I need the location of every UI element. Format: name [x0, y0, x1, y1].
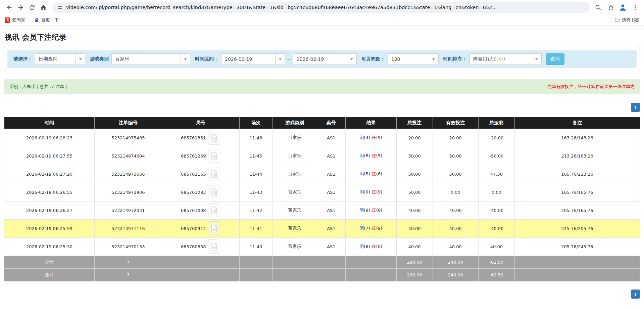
- film-doc-icon: [211, 225, 217, 232]
- browser-toolbar: videoie.com/ipl/portal.php/game/betrecor…: [0, 0, 644, 15]
- chevron-down-icon: [429, 54, 438, 64]
- filter-panel: 请选择： 日期查询 游戏类别 百家乐 时间区间： 2026-02-19 ~ 20…: [4, 47, 640, 71]
- col-result: 结果: [346, 117, 397, 129]
- table-row: 2026-02-19 06:28:23 523214975485 6857613…: [4, 129, 640, 147]
- cell-result: 闲(5)庄(6): [346, 165, 397, 183]
- cell-session: 11-44: [239, 165, 272, 183]
- date-to-select[interactable]: 2026-02-19: [293, 53, 357, 65]
- home-icon[interactable]: [38, 2, 49, 13]
- table-row: 2026-02-19 06:27:55 523214974604 6857612…: [4, 147, 640, 165]
- video-replay-button[interactable]: [208, 167, 220, 181]
- film-doc-icon: [211, 188, 217, 196]
- bookmark-aitaobao[interactable]: 淘 爱淘宝: [5, 17, 25, 23]
- film-doc-icon: [211, 243, 217, 251]
- cell-bet-id: 523214972806: [94, 183, 162, 201]
- cell-valid-bet: 40.00: [433, 219, 478, 237]
- cell-table-no: AS1: [317, 201, 345, 219]
- video-replay-button[interactable]: [208, 149, 220, 163]
- result-player: 闲(5): [359, 171, 370, 176]
- cell-table-no: AS1: [317, 183, 345, 201]
- result-player: 闲(4): [359, 135, 370, 140]
- result-player: 闲(8): [359, 153, 370, 158]
- summary-valid-bet: 240.00: [433, 256, 478, 268]
- bookmark-baidu[interactable]: 百度一下: [34, 17, 59, 23]
- bookmark-label: 爱淘宝: [12, 17, 25, 23]
- result-player: 闲(8): [359, 244, 370, 249]
- menu-dots-icon[interactable]: [629, 2, 641, 13]
- page-1-button[interactable]: 1: [631, 290, 640, 299]
- summary-total-bet: 290.00: [396, 256, 433, 268]
- cell-result: 闲(9)庄(9): [346, 183, 397, 201]
- video-replay-button[interactable]: [208, 239, 220, 254]
- page-1-button[interactable]: 1: [631, 103, 640, 112]
- page-size-select[interactable]: 100: [388, 53, 439, 65]
- cell-time: 2026-02-19 06:28:23: [4, 129, 95, 147]
- sort-select[interactable]: 降幂(由大到小): [469, 53, 542, 65]
- game-type-select[interactable]: 百家乐: [111, 53, 190, 65]
- address-bar[interactable]: videoie.com/ipl/portal.php/game/betrecor…: [52, 2, 590, 13]
- all-bookmarks-button[interactable]: 所有书签: [614, 17, 639, 23]
- cell-note: 165.76/213.26: [514, 165, 640, 183]
- cell-bet-id: 523214970133: [94, 237, 162, 256]
- cell-game-type: 百家乐: [273, 129, 317, 147]
- profile-avatar[interactable]: [618, 2, 628, 12]
- bookmarks-bar: 淘 爱淘宝 百度一下 所有书签: [0, 15, 644, 26]
- result-banker: 庄(5): [372, 153, 382, 158]
- table-row: 2026-02-19 06:25:30 523214970133 6857608…: [4, 237, 640, 256]
- round-id-text: 685760912: [181, 226, 206, 231]
- cell-note: 245.76/205.76: [514, 219, 640, 237]
- video-replay-button[interactable]: [208, 131, 220, 145]
- cell-time: 2026-02-19 06:27:55: [4, 147, 95, 165]
- cell-note: 163.26/143.26: [514, 129, 640, 147]
- search-button[interactable]: 查询: [546, 53, 564, 65]
- forward-icon[interactable]: [15, 2, 26, 13]
- result-banker: 庄(8): [372, 208, 382, 213]
- film-doc-icon: [211, 207, 217, 214]
- summary-payout: -62.50: [478, 256, 514, 268]
- summary-row: 小计 7 290.00 240.00 -62.50: [4, 256, 640, 268]
- cell-payout: 40.00: [478, 237, 514, 256]
- reload-icon[interactable]: [26, 2, 38, 13]
- query-type-select[interactable]: 日期查询: [35, 53, 85, 65]
- summary-row: 总计 7 290.00 240.00 -62.50: [4, 268, 640, 281]
- cell-bet-id: 523214971116: [94, 219, 162, 237]
- video-replay-button[interactable]: [208, 203, 220, 217]
- cell-total-bet: 40.00: [396, 237, 433, 256]
- pagination-top: 1: [4, 103, 640, 112]
- cell-result: 闲(7)庄(9): [346, 219, 397, 237]
- round-id-text: 685761083: [181, 190, 206, 195]
- table-header: 时间 注单编号 局号 场次 游戏类别 桌号 结果 总投注 有效投注 总派彩 备注: [4, 117, 640, 129]
- cell-payout: -40.00: [478, 219, 514, 237]
- col-payout: 总派彩: [478, 117, 514, 129]
- cell-valid-bet: 50.00: [433, 165, 478, 183]
- bookmark-star-icon[interactable]: [605, 2, 616, 13]
- date-from-select[interactable]: 2026-02-19: [221, 53, 285, 65]
- cell-game-type: 百家乐: [273, 147, 317, 165]
- col-valid-bet: 有效投注: [433, 117, 478, 129]
- cell-table-no: AS1: [317, 237, 345, 256]
- back-icon[interactable]: [3, 2, 15, 13]
- cell-table-no: AS1: [317, 129, 345, 147]
- summary-payout: -62.50: [478, 268, 514, 281]
- video-replay-button[interactable]: [208, 221, 220, 235]
- cell-note: 205.76/245.76: [514, 237, 640, 256]
- bookmark-label: 百度一下: [41, 17, 59, 23]
- taobao-icon: 淘: [5, 17, 10, 23]
- cell-table-no: AS1: [317, 147, 345, 165]
- col-time: 时间: [4, 117, 95, 129]
- col-table-no: 桌号: [317, 117, 345, 129]
- table-footer: 小计 7 290.00 240.00 -62.50 总计 7 290.00 24…: [4, 256, 640, 281]
- cell-result: 闲(8)庄(5): [346, 147, 397, 165]
- table-body: 2026-02-19 06:28:23 523214975485 6857613…: [4, 129, 640, 256]
- cell-round-id: 685760838: [162, 237, 239, 256]
- site-info-icon[interactable]: [57, 5, 63, 10]
- zoom-out-icon[interactable]: [592, 2, 604, 13]
- pagination-bottom: 1: [4, 290, 640, 299]
- summary-total-bet: 290.00: [396, 268, 433, 281]
- video-replay-button[interactable]: [208, 185, 220, 199]
- cell-game-type: 百家乐: [273, 219, 317, 237]
- cell-total-bet: 40.00: [396, 201, 433, 219]
- cell-time: 2026-02-19 06:27:20: [4, 165, 95, 183]
- summary-count: 7: [94, 256, 162, 268]
- cell-round-id: 685761269: [162, 147, 239, 165]
